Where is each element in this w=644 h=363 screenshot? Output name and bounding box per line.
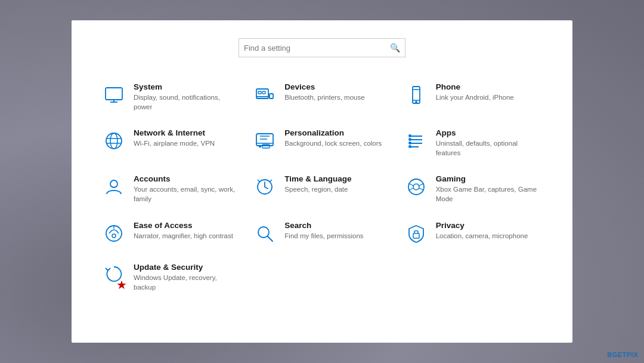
svg-point-35 <box>413 184 419 190</box>
setting-item-privacy[interactable]: Privacy Location, camera, microphone <box>398 213 549 254</box>
devices-title: Devices <box>284 82 364 91</box>
setting-item-accounts[interactable]: Accounts Your accounts, email, sync, wor… <box>95 166 246 212</box>
personalization-desc: Background, lock screen, colors <box>284 139 382 148</box>
svg-point-18 <box>259 146 261 147</box>
time-title: Time & Language <box>284 174 351 183</box>
svg-rect-16 <box>256 134 273 146</box>
svg-rect-26 <box>409 135 411 137</box>
ease-icon <box>101 221 126 246</box>
phone-desc: Link your Android, iPhone <box>436 93 514 102</box>
settings-window: 🔍 System Display, sound, notifications, … <box>72 20 572 343</box>
personalization-title: Personalization <box>284 128 382 137</box>
watermark: BGETPIX <box>607 351 638 358</box>
svg-rect-19 <box>262 144 270 148</box>
devices-text: Devices Bluetooth, printers, mouse <box>284 82 364 102</box>
svg-point-30 <box>110 180 117 187</box>
personalization-text: Personalization Background, lock screen,… <box>284 128 382 148</box>
search-bar[interactable]: 🔍 <box>239 38 405 57</box>
privacy-title: Privacy <box>436 221 528 230</box>
privacy-text: Privacy Location, camera, microphone <box>436 221 528 241</box>
svg-rect-6 <box>262 91 265 94</box>
svg-rect-0 <box>106 88 122 100</box>
search-input[interactable] <box>244 44 390 53</box>
personalization-icon <box>252 128 277 153</box>
update-title: Update & Security <box>134 263 236 272</box>
ease-title: Ease of Access <box>134 221 233 230</box>
settings-grid: System Display, sound, notifications, po… <box>95 74 549 300</box>
setting-item-update[interactable]: ★ Update & Security Windows Update, reco… <box>95 254 246 300</box>
svg-point-13 <box>110 133 117 149</box>
svg-point-12 <box>106 133 122 149</box>
accounts-icon <box>101 174 126 199</box>
setting-item-system[interactable]: System Display, sound, notifications, po… <box>95 74 246 120</box>
setting-item-devices[interactable]: Devices Bluetooth, printers, mouse <box>246 74 397 120</box>
svg-line-43 <box>268 236 273 241</box>
system-desc: Display, sound, notifications, power <box>134 93 236 112</box>
update-icon: ★ <box>101 263 126 288</box>
svg-rect-44 <box>413 233 419 238</box>
ease-desc: Narrator, magnifier, high contrast <box>134 231 233 241</box>
time-desc: Speech, region, date <box>284 184 351 194</box>
search-desc: Find my files, permissions <box>284 231 363 241</box>
svg-rect-4 <box>270 94 273 99</box>
svg-rect-29 <box>409 146 411 147</box>
apps-icon <box>404 128 429 153</box>
svg-rect-7 <box>258 91 261 94</box>
gaming-title: Gaming <box>436 174 538 183</box>
svg-line-32 <box>270 180 272 182</box>
setting-item-search[interactable]: Search Find my files, permissions <box>246 213 397 254</box>
system-title: System <box>134 82 236 91</box>
accounts-title: Accounts <box>134 174 236 183</box>
search-title: Search <box>284 221 363 230</box>
apps-text: Apps Uninstall, defaults, optional featu… <box>436 128 538 158</box>
setting-item-phone[interactable]: Phone Link your Android, iPhone <box>398 74 549 120</box>
update-desc: Windows Update, recovery, backup <box>134 273 236 292</box>
setting-item-personalization[interactable]: Personalization Background, lock screen,… <box>246 120 397 166</box>
svg-point-11 <box>416 101 417 103</box>
setting-item-apps[interactable]: Apps Uninstall, defaults, optional featu… <box>398 120 549 166</box>
network-text: Network & Internet Wi-Fi, airplane mode,… <box>134 128 215 148</box>
gaming-icon <box>404 174 429 199</box>
svg-point-41 <box>112 234 116 238</box>
update-text: Update & Security Windows Update, recove… <box>134 263 236 292</box>
phone-text: Phone Link your Android, iPhone <box>436 82 514 102</box>
svg-rect-27 <box>409 139 411 140</box>
gaming-desc: Xbox Game Bar, captures, Game Mode <box>436 184 538 204</box>
system-text: System Display, sound, notifications, po… <box>134 82 236 112</box>
privacy-desc: Location, camera, microphone <box>436 231 528 241</box>
setting-item-ease[interactable]: Ease of Access Narrator, magnifier, high… <box>95 213 246 254</box>
network-title: Network & Internet <box>134 128 215 137</box>
accounts-text: Accounts Your accounts, email, sync, wor… <box>134 174 236 204</box>
accounts-desc: Your accounts, email, sync, work, family <box>134 184 236 204</box>
setting-item-gaming[interactable]: Gaming Xbox Game Bar, captures, Game Mod… <box>398 166 549 212</box>
devices-icon <box>252 82 277 107</box>
system-icon <box>101 82 126 107</box>
gaming-text: Gaming Xbox Game Bar, captures, Game Mod… <box>436 174 538 204</box>
svg-point-34 <box>408 179 424 195</box>
network-desc: Wi-Fi, airplane mode, VPN <box>134 139 215 148</box>
svg-rect-28 <box>409 142 411 144</box>
ease-text: Ease of Access Narrator, magnifier, high… <box>134 221 233 241</box>
apps-desc: Uninstall, defaults, optional features <box>436 139 538 158</box>
phone-title: Phone <box>436 82 514 91</box>
svg-line-33 <box>258 180 260 182</box>
time-icon <box>252 174 277 199</box>
search-text: Search Find my files, permissions <box>284 221 363 241</box>
setting-item-network[interactable]: Network & Internet Wi-Fi, airplane mode,… <box>95 120 246 166</box>
apps-title: Apps <box>436 128 538 137</box>
phone-icon <box>404 82 429 107</box>
network-icon <box>101 128 126 153</box>
privacy-icon <box>404 221 429 246</box>
setting-item-time[interactable]: Time & Language Speech, region, date <box>246 166 397 212</box>
devices-desc: Bluetooth, printers, mouse <box>284 93 364 102</box>
search-icon <box>252 221 277 246</box>
search-icon: 🔍 <box>390 43 400 53</box>
time-text: Time & Language Speech, region, date <box>284 174 351 194</box>
